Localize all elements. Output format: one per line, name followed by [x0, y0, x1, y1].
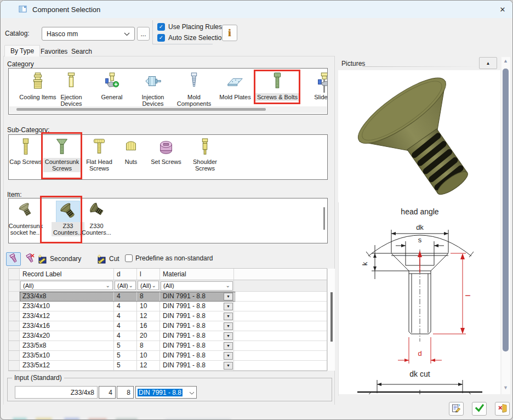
nut-icon [122, 138, 140, 157]
empty-cell [234, 331, 327, 341]
header-record-label[interactable]: Record Label [20, 269, 114, 280]
category-hscroll-thumb[interactable] [16, 108, 266, 111]
background-artifact [36, 418, 52, 420]
pictures-collapse-button[interactable]: ▲ [479, 57, 497, 69]
record-label-cell: Z33/5x8 [20, 341, 114, 351]
pictures-vscroll-thumb[interactable] [503, 69, 509, 351]
input-material-combobox[interactable]: DIN 7991 - 8.8 [135, 386, 197, 399]
cut-icon [97, 254, 107, 265]
table-row-z33-4x16[interactable]: Z33/4x16416DIN 7991 - 8.8▼ [9, 321, 327, 331]
options-group-border-bottom [152, 44, 213, 44]
tab-search[interactable]: Search [66, 46, 98, 56]
chevron-down-icon: ⌄ [152, 283, 156, 288]
category-item-label: MoldComponents [175, 93, 213, 107]
mold-components-icon [186, 72, 202, 90]
filter-material[interactable]: (All)⌄ [160, 280, 234, 292]
info-button[interactable]: i [222, 25, 237, 41]
material-cell: DIN 7991 - 8.8▼ [160, 361, 234, 371]
material-cell: DIN 7991 - 8.8▼ [160, 351, 234, 361]
tab-page-border-left [3, 56, 4, 405]
subcategory-item-label: CountersunkScrews [43, 158, 81, 172]
label-line: Slide D [314, 94, 328, 100]
table-row-z33-4x10[interactable]: Z33/4x10410DIN 7991 - 8.8▼ [9, 302, 327, 311]
table-row-z33-4x12[interactable]: Z33/4x12412DIN 7991 - 8.8▼ [9, 311, 327, 321]
dim-l-label: l [464, 294, 472, 296]
secondary-button[interactable]: Secondary [50, 255, 81, 263]
label-line: Mold [177, 94, 211, 100]
record-label-cell: Z33/4x20 [20, 331, 114, 341]
label-line: Injection [142, 94, 164, 100]
material-dropdown-button[interactable]: ▼ [224, 332, 233, 340]
item-list: Countersunksocket he...Z33Counters...Z33… [8, 198, 328, 243]
material-dropdown-button[interactable]: ▼ [224, 322, 233, 330]
flat-head-screw-icon [90, 138, 109, 157]
table-vscroll-thumb[interactable] [330, 292, 333, 342]
category-label: Category [7, 60, 34, 68]
material-dropdown-button[interactable]: ▼ [224, 352, 233, 360]
filter-value: (All) [117, 282, 128, 289]
row-selector-cell [9, 361, 20, 371]
label-line: Z330 [82, 223, 111, 229]
material-dropdown-button[interactable]: ▼ [224, 342, 233, 350]
ok-button[interactable] [472, 402, 487, 416]
close-icon[interactable]: ✕ [495, 4, 510, 16]
header-d[interactable]: d [114, 269, 137, 280]
table-row-z33-5x8[interactable]: Z33/5x858DIN 7991 - 8.8▼ [9, 341, 327, 351]
record-filter-icon [9, 253, 19, 265]
scroll-down-icon[interactable]: ▼ [503, 385, 508, 390]
properties-button[interactable] [449, 402, 464, 416]
material-dropdown-button[interactable]: ▼ [224, 362, 233, 370]
header-l[interactable]: l [137, 269, 160, 280]
empty-cell [234, 361, 327, 371]
l-cell: 8 [137, 341, 160, 351]
category-hscrollbar[interactable] [9, 106, 327, 113]
records-table: Record Label d l Material (All)⌄ (All)⌄ … [8, 268, 327, 371]
filter-l[interactable]: (All)⌄ [137, 280, 160, 292]
material-dropdown-button[interactable]: ▼ [224, 313, 233, 320]
input-l-field[interactable]: 8 [117, 386, 134, 399]
input-standard-label: Input (Standard) [12, 374, 64, 382]
table-row-z33-4x8[interactable]: Z33/4x848DIN 7991 - 8.8▼ [9, 292, 327, 302]
material-cell: DIN 7991 - 8.8▼ [160, 321, 234, 331]
predefine-checkbox[interactable] [125, 254, 133, 262]
tab-by-type[interactable]: By Type [4, 45, 40, 56]
item-vscroll-thumb[interactable] [323, 207, 325, 230]
table-row-z33-5x12[interactable]: Z33/5x12512DIN 7991 - 8.8▼ [9, 361, 327, 371]
label-line: Nuts [125, 158, 138, 165]
material-cell: DIN 7991 - 8.8▼ [160, 331, 234, 341]
catalog-browse-button[interactable]: ... [137, 27, 150, 41]
category-item-label: Cooling Items [18, 93, 58, 101]
label-line: Shoulder [193, 158, 217, 165]
use-placing-rules-checkbox[interactable]: ✓ [157, 23, 165, 31]
catalog-combobox[interactable]: Hasco mm [42, 27, 135, 41]
category-list: Cooling ItemsEjectionDevicesGeneralInjec… [8, 68, 328, 115]
input-record-field[interactable]: Z33/4x8 [15, 386, 98, 399]
cut-button[interactable]: Cut [109, 255, 119, 263]
pictures-label: Pictures [341, 60, 365, 67]
input-d-field[interactable]: 4 [99, 386, 116, 399]
countersunk-screw-icon [53, 138, 71, 157]
record-filter-off-icon [25, 253, 35, 265]
scroll-up-icon[interactable]: ▲ [503, 58, 508, 64]
material-dropdown-button[interactable]: ▼ [224, 293, 233, 300]
slide-icon [317, 72, 328, 90]
filter-d[interactable]: (All)⌄ [114, 280, 137, 292]
label-line: Mold Plates [219, 94, 250, 100]
item-item-label: Countersunksocket he... [8, 222, 44, 236]
d-cell: 4 [114, 331, 137, 341]
show-records-button[interactable] [6, 252, 21, 266]
exit-button[interactable] [495, 402, 510, 416]
header-material[interactable]: Material [160, 269, 234, 280]
material-dropdown-button[interactable]: ▼ [224, 303, 233, 310]
pictures-vscrollbar[interactable]: ▲ ▼ [501, 57, 510, 394]
category-item-label: General [99, 93, 124, 101]
filter-record-label[interactable]: (All)⌄ [20, 280, 114, 292]
label-line: Countersunk [45, 158, 79, 165]
material-value: DIN 7991 - 8.8 [160, 311, 206, 321]
hide-records-button[interactable] [22, 252, 37, 266]
table-row-z33-5x10[interactable]: Z33/5x10510DIN 7991 - 8.8▼ [9, 351, 327, 361]
auto-size-selection-checkbox[interactable]: ✓ [157, 34, 165, 42]
table-vscrollbar[interactable] [327, 269, 335, 371]
table-row-z33-4x20[interactable]: Z33/4x20420DIN 7991 - 8.8▼ [9, 331, 327, 341]
auto-size-selection-label: Auto Size Selection [168, 34, 225, 42]
